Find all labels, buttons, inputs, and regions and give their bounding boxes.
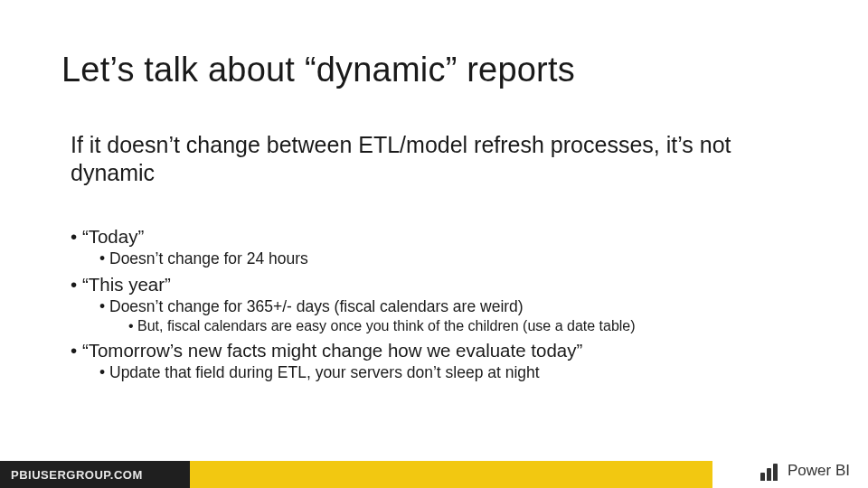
bullet-text: But, fiscal calendars are easy once you … bbox=[137, 318, 636, 333]
bullet-lvl1: “Today” Doesn’t change for 24 hours bbox=[71, 226, 814, 268]
bullet-text: Update that field during ETL, your serve… bbox=[109, 363, 540, 381]
bullet-lvl2: Update that field during ETL, your serve… bbox=[99, 363, 814, 382]
footer-left-bar: PBIUSERGROUP.COM bbox=[0, 461, 190, 488]
bullet-lvl1: “This year” Doesn’t change for 365+/- da… bbox=[71, 274, 814, 334]
slide-subtitle: If it doesn’t change between ETL/model r… bbox=[71, 131, 814, 188]
bullet-text: “Tomorrow’s new facts might change how w… bbox=[82, 340, 582, 361]
powerbi-icon bbox=[760, 461, 780, 481]
slide-body: “Today” Doesn’t change for 24 hours “Thi… bbox=[71, 226, 814, 388]
bullet-text: “This year” bbox=[82, 274, 171, 295]
bullet-text: Doesn’t change for 365+/- days (fiscal c… bbox=[109, 297, 524, 315]
footer-brand-label: Power BI bbox=[788, 462, 850, 480]
bullet-text: Doesn’t change for 24 hours bbox=[109, 249, 308, 267]
footer-yellow-bar bbox=[190, 461, 712, 488]
slide-title: Let’s talk about “dynamic” reports bbox=[61, 51, 575, 89]
bullet-text: “Today” bbox=[82, 226, 144, 247]
footer-brand: Power BI bbox=[712, 454, 868, 488]
slide: Let’s talk about “dynamic” reports If it… bbox=[0, 0, 868, 488]
bullet-lvl2: Doesn’t change for 24 hours bbox=[99, 249, 814, 268]
bullet-lvl1: “Tomorrow’s new facts might change how w… bbox=[71, 340, 814, 382]
bullet-lvl3: But, fiscal calendars are easy once you … bbox=[128, 318, 814, 334]
bullet-lvl2: Doesn’t change for 365+/- days (fiscal c… bbox=[99, 297, 814, 334]
footer: PBIUSERGROUP.COM Power BI bbox=[0, 454, 868, 488]
footer-left-text: PBIUSERGROUP.COM bbox=[11, 468, 143, 482]
